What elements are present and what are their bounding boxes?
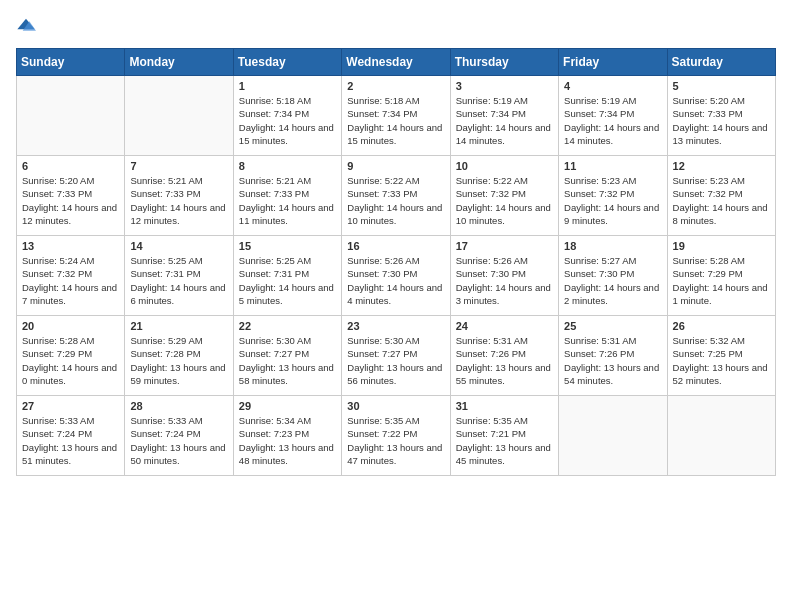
day-number: 28 — [130, 400, 227, 412]
calendar-cell: 5Sunrise: 5:20 AM Sunset: 7:33 PM Daylig… — [667, 76, 775, 156]
logo-icon — [16, 16, 36, 36]
weekday-header-friday: Friday — [559, 49, 667, 76]
day-info: Sunrise: 5:33 AM Sunset: 7:24 PM Dayligh… — [22, 414, 119, 467]
calendar-cell: 2Sunrise: 5:18 AM Sunset: 7:34 PM Daylig… — [342, 76, 450, 156]
calendar-cell: 27Sunrise: 5:33 AM Sunset: 7:24 PM Dayli… — [17, 396, 125, 476]
weekday-header-sunday: Sunday — [17, 49, 125, 76]
day-info: Sunrise: 5:26 AM Sunset: 7:30 PM Dayligh… — [456, 254, 553, 307]
day-info: Sunrise: 5:19 AM Sunset: 7:34 PM Dayligh… — [456, 94, 553, 147]
page-header — [16, 16, 776, 36]
weekday-header-saturday: Saturday — [667, 49, 775, 76]
day-info: Sunrise: 5:29 AM Sunset: 7:28 PM Dayligh… — [130, 334, 227, 387]
calendar-cell: 4Sunrise: 5:19 AM Sunset: 7:34 PM Daylig… — [559, 76, 667, 156]
calendar-cell: 9Sunrise: 5:22 AM Sunset: 7:33 PM Daylig… — [342, 156, 450, 236]
calendar-cell: 15Sunrise: 5:25 AM Sunset: 7:31 PM Dayli… — [233, 236, 341, 316]
calendar-cell: 11Sunrise: 5:23 AM Sunset: 7:32 PM Dayli… — [559, 156, 667, 236]
calendar-cell: 18Sunrise: 5:27 AM Sunset: 7:30 PM Dayli… — [559, 236, 667, 316]
day-info: Sunrise: 5:18 AM Sunset: 7:34 PM Dayligh… — [347, 94, 444, 147]
day-info: Sunrise: 5:35 AM Sunset: 7:21 PM Dayligh… — [456, 414, 553, 467]
calendar-cell: 1Sunrise: 5:18 AM Sunset: 7:34 PM Daylig… — [233, 76, 341, 156]
day-number: 10 — [456, 160, 553, 172]
calendar-cell: 17Sunrise: 5:26 AM Sunset: 7:30 PM Dayli… — [450, 236, 558, 316]
calendar-cell: 19Sunrise: 5:28 AM Sunset: 7:29 PM Dayli… — [667, 236, 775, 316]
calendar-cell — [125, 76, 233, 156]
day-info: Sunrise: 5:18 AM Sunset: 7:34 PM Dayligh… — [239, 94, 336, 147]
day-number: 13 — [22, 240, 119, 252]
calendar-week-5: 27Sunrise: 5:33 AM Sunset: 7:24 PM Dayli… — [17, 396, 776, 476]
day-info: Sunrise: 5:25 AM Sunset: 7:31 PM Dayligh… — [130, 254, 227, 307]
day-number: 7 — [130, 160, 227, 172]
calendar-week-2: 6Sunrise: 5:20 AM Sunset: 7:33 PM Daylig… — [17, 156, 776, 236]
calendar-cell: 10Sunrise: 5:22 AM Sunset: 7:32 PM Dayli… — [450, 156, 558, 236]
weekday-header-monday: Monday — [125, 49, 233, 76]
calendar-cell — [667, 396, 775, 476]
calendar-cell: 24Sunrise: 5:31 AM Sunset: 7:26 PM Dayli… — [450, 316, 558, 396]
calendar-cell: 8Sunrise: 5:21 AM Sunset: 7:33 PM Daylig… — [233, 156, 341, 236]
day-number: 14 — [130, 240, 227, 252]
day-number: 25 — [564, 320, 661, 332]
calendar-cell: 20Sunrise: 5:28 AM Sunset: 7:29 PM Dayli… — [17, 316, 125, 396]
calendar-cell: 7Sunrise: 5:21 AM Sunset: 7:33 PM Daylig… — [125, 156, 233, 236]
day-number: 22 — [239, 320, 336, 332]
calendar-cell: 21Sunrise: 5:29 AM Sunset: 7:28 PM Dayli… — [125, 316, 233, 396]
day-info: Sunrise: 5:23 AM Sunset: 7:32 PM Dayligh… — [564, 174, 661, 227]
day-info: Sunrise: 5:35 AM Sunset: 7:22 PM Dayligh… — [347, 414, 444, 467]
day-number: 4 — [564, 80, 661, 92]
day-info: Sunrise: 5:22 AM Sunset: 7:33 PM Dayligh… — [347, 174, 444, 227]
day-number: 9 — [347, 160, 444, 172]
day-number: 24 — [456, 320, 553, 332]
calendar-cell: 31Sunrise: 5:35 AM Sunset: 7:21 PM Dayli… — [450, 396, 558, 476]
day-number: 19 — [673, 240, 770, 252]
weekday-header-row: SundayMondayTuesdayWednesdayThursdayFrid… — [17, 49, 776, 76]
calendar-cell: 13Sunrise: 5:24 AM Sunset: 7:32 PM Dayli… — [17, 236, 125, 316]
day-info: Sunrise: 5:28 AM Sunset: 7:29 PM Dayligh… — [673, 254, 770, 307]
logo — [16, 16, 40, 36]
day-number: 21 — [130, 320, 227, 332]
calendar-week-3: 13Sunrise: 5:24 AM Sunset: 7:32 PM Dayli… — [17, 236, 776, 316]
calendar-cell: 22Sunrise: 5:30 AM Sunset: 7:27 PM Dayli… — [233, 316, 341, 396]
day-info: Sunrise: 5:21 AM Sunset: 7:33 PM Dayligh… — [239, 174, 336, 227]
day-number: 3 — [456, 80, 553, 92]
day-number: 30 — [347, 400, 444, 412]
calendar-cell: 25Sunrise: 5:31 AM Sunset: 7:26 PM Dayli… — [559, 316, 667, 396]
calendar-cell: 16Sunrise: 5:26 AM Sunset: 7:30 PM Dayli… — [342, 236, 450, 316]
calendar-table: SundayMondayTuesdayWednesdayThursdayFrid… — [16, 48, 776, 476]
calendar-cell: 28Sunrise: 5:33 AM Sunset: 7:24 PM Dayli… — [125, 396, 233, 476]
day-number: 2 — [347, 80, 444, 92]
day-info: Sunrise: 5:32 AM Sunset: 7:25 PM Dayligh… — [673, 334, 770, 387]
day-number: 18 — [564, 240, 661, 252]
day-number: 1 — [239, 80, 336, 92]
day-info: Sunrise: 5:28 AM Sunset: 7:29 PM Dayligh… — [22, 334, 119, 387]
day-info: Sunrise: 5:27 AM Sunset: 7:30 PM Dayligh… — [564, 254, 661, 307]
calendar-week-1: 1Sunrise: 5:18 AM Sunset: 7:34 PM Daylig… — [17, 76, 776, 156]
day-info: Sunrise: 5:24 AM Sunset: 7:32 PM Dayligh… — [22, 254, 119, 307]
day-info: Sunrise: 5:22 AM Sunset: 7:32 PM Dayligh… — [456, 174, 553, 227]
day-number: 31 — [456, 400, 553, 412]
day-info: Sunrise: 5:31 AM Sunset: 7:26 PM Dayligh… — [564, 334, 661, 387]
day-number: 23 — [347, 320, 444, 332]
calendar-cell: 30Sunrise: 5:35 AM Sunset: 7:22 PM Dayli… — [342, 396, 450, 476]
calendar-cell: 12Sunrise: 5:23 AM Sunset: 7:32 PM Dayli… — [667, 156, 775, 236]
day-number: 27 — [22, 400, 119, 412]
calendar-cell — [559, 396, 667, 476]
day-number: 16 — [347, 240, 444, 252]
day-number: 20 — [22, 320, 119, 332]
calendar-week-4: 20Sunrise: 5:28 AM Sunset: 7:29 PM Dayli… — [17, 316, 776, 396]
day-number: 6 — [22, 160, 119, 172]
weekday-header-tuesday: Tuesday — [233, 49, 341, 76]
day-number: 29 — [239, 400, 336, 412]
day-number: 5 — [673, 80, 770, 92]
day-info: Sunrise: 5:30 AM Sunset: 7:27 PM Dayligh… — [347, 334, 444, 387]
calendar-cell: 6Sunrise: 5:20 AM Sunset: 7:33 PM Daylig… — [17, 156, 125, 236]
calendar-cell: 29Sunrise: 5:34 AM Sunset: 7:23 PM Dayli… — [233, 396, 341, 476]
calendar-cell: 23Sunrise: 5:30 AM Sunset: 7:27 PM Dayli… — [342, 316, 450, 396]
day-number: 8 — [239, 160, 336, 172]
day-info: Sunrise: 5:23 AM Sunset: 7:32 PM Dayligh… — [673, 174, 770, 227]
day-number: 17 — [456, 240, 553, 252]
weekday-header-thursday: Thursday — [450, 49, 558, 76]
day-number: 26 — [673, 320, 770, 332]
calendar-cell: 14Sunrise: 5:25 AM Sunset: 7:31 PM Dayli… — [125, 236, 233, 316]
weekday-header-wednesday: Wednesday — [342, 49, 450, 76]
day-info: Sunrise: 5:31 AM Sunset: 7:26 PM Dayligh… — [456, 334, 553, 387]
day-info: Sunrise: 5:25 AM Sunset: 7:31 PM Dayligh… — [239, 254, 336, 307]
